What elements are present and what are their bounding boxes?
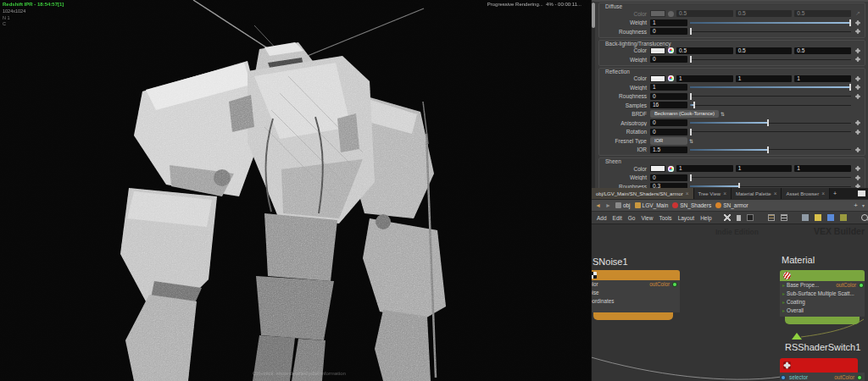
value-field[interactable]: 0.3 [650,183,687,188]
gear-icon[interactable] [856,49,860,52]
menu-view[interactable]: View [641,215,653,221]
node-title-material[interactable]: Material [782,255,815,265]
tab-asset-browser[interactable]: Asset Browser × [782,188,829,199]
value-field[interactable]: 0 [650,129,687,135]
gear-icon[interactable] [856,121,860,124]
forward-arrow-icon[interactable]: ► [605,202,611,208]
color-wheel-icon[interactable] [668,166,674,172]
close-icon[interactable]: × [723,190,726,196]
gear-icon[interactable] [856,167,860,170]
output-port-dot[interactable] [860,284,863,287]
close-icon[interactable]: × [774,190,777,196]
slider[interactable] [690,174,851,181]
color-swatch[interactable] [650,10,665,17]
node-material-header[interactable] [780,270,865,281]
sticky-note-icon[interactable] [815,214,821,221]
breadcrumb-lgv-main[interactable]: LGV_Main [635,202,669,208]
color-value-g[interactable]: 1 [736,75,793,82]
scrollbar-thumb[interactable] [592,3,595,28]
value-field[interactable]: 1 [650,84,687,91]
gear-icon[interactable] [856,30,860,33]
slider[interactable] [690,56,851,64]
color-value-g[interactable]: 0.5 [736,47,793,54]
slider[interactable] [690,92,851,100]
node-material-footer[interactable] [785,317,860,324]
node-snoise-footer[interactable] [593,312,673,320]
slider[interactable] [690,84,851,91]
breadcrumb-obj[interactable]: obj [615,202,631,208]
menu-edit[interactable]: Edit [613,215,622,221]
gear-icon[interactable] [856,77,860,80]
tab-network-path[interactable]: obj/LGV_Main/SN_Shaders/SN_armor × [592,188,694,199]
snippet-icon[interactable] [827,214,834,221]
dropdown-spinner-icon[interactable]: ⇅ [721,111,725,117]
menu-tools[interactable]: Tools [659,215,671,221]
list-view-icon[interactable] [781,214,787,221]
value-field[interactable]: 0 [650,56,687,63]
gear-icon[interactable] [856,148,860,152]
node-material-body[interactable]: ▸Base Prope... ▸Sub-Surface Multiple Sca… [780,281,865,317]
slider[interactable] [690,128,851,135]
fresnel-dropdown[interactable]: IOR [650,137,687,145]
color-wheel-icon[interactable] [668,11,674,17]
menu-help[interactable]: Help [700,215,711,221]
slider[interactable] [690,19,851,26]
node-snoise-body[interactable]: olor oise oordinates outColor [592,280,680,312]
color-value-b[interactable]: 1 [794,75,851,82]
color-value-g[interactable]: 0.5 [736,10,793,17]
tab-material-palette[interactable]: Material Palette × [732,188,782,199]
color-swatch[interactable] [650,47,665,54]
color-swatch[interactable] [650,165,665,172]
render-viewport[interactable]: Redshift IPR - 18:54:57[1] 1024x1024 N 1… [0,0,591,381]
snap-icon[interactable] [737,215,741,221]
gear-icon[interactable] [856,86,860,89]
value-field[interactable]: 0 [650,174,687,181]
gear-icon[interactable] [856,176,860,179]
node-title-shader-switch[interactable]: RSShaderSwitch1 [785,342,860,352]
dropdown-spinner-icon[interactable]: ⇅ [689,138,693,144]
node-snoise-header[interactable] [592,270,680,280]
color-value-r[interactable]: 1 [676,75,733,82]
color-value-b[interactable]: 0.5 [794,10,851,17]
gear-icon[interactable] [856,21,860,25]
gear-icon[interactable] [856,185,860,188]
breadcrumb-sn-armor[interactable]: SN_armor [715,202,748,208]
close-icon[interactable]: × [821,190,825,196]
search-icon[interactable] [861,214,868,221]
color-swatch[interactable] [650,75,665,82]
menu-add[interactable]: Add [597,215,607,221]
color-wheel-icon[interactable] [668,75,674,81]
output-port-dot[interactable] [858,376,861,379]
value-field[interactable]: 1 [650,19,687,26]
back-arrow-icon[interactable]: ◄ [595,202,601,208]
network-editor[interactable]: Indie Edition VEX Builder SNoise1 olor o… [592,224,868,381]
color-value-g[interactable]: 1 [736,165,793,172]
maximize-pane-icon[interactable] [858,190,865,196]
gear-icon[interactable] [856,58,860,61]
wrench-icon[interactable] [724,214,731,221]
slider[interactable] [690,28,851,36]
add-bookmark-icon[interactable]: + [854,202,858,209]
color-value-b[interactable]: 1 [794,165,851,172]
jump-icon[interactable]: ↗ [855,10,860,17]
slider[interactable] [690,183,851,188]
tab-tree-view[interactable]: Tree View × [694,188,732,199]
value-field[interactable]: 0 [650,93,687,100]
close-icon[interactable]: × [686,190,689,196]
new-tab-button[interactable]: + [830,188,840,199]
menu-go[interactable]: Go [628,215,636,221]
slider[interactable] [690,102,851,109]
gear-icon[interactable] [856,130,860,134]
value-field[interactable]: 0 [650,119,687,126]
value-field[interactable]: 1.5 [650,146,687,153]
node-switch-body[interactable]: selector outColor [780,373,865,381]
node-switch-header[interactable] [780,358,858,373]
pin-icon[interactable]: ▾ [862,202,865,208]
color-value-r[interactable]: 0.5 [676,10,733,17]
info-icon[interactable] [840,214,847,221]
node-title-snoise[interactable]: SNoise1 [593,257,628,267]
brdf-dropdown[interactable]: Beckmann (Cook-Torrance) [650,110,719,118]
slider[interactable] [690,119,851,127]
input-port-dot[interactable] [782,376,785,379]
menu-layout[interactable]: Layout [678,215,695,221]
